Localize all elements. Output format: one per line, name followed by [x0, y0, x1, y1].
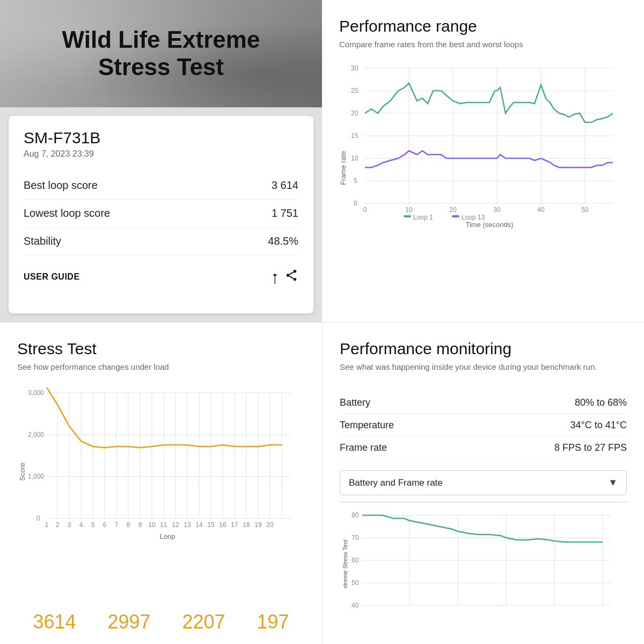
svg-point-0	[294, 270, 296, 273]
score-row: 3614 2997 2207 197	[17, 604, 305, 633]
svg-text:30: 30	[351, 64, 358, 72]
svg-text:50: 50	[581, 206, 589, 214]
divider	[340, 502, 627, 502]
svg-text:0: 0	[363, 206, 367, 214]
svg-text:6: 6	[103, 521, 107, 529]
svg-text:70: 70	[352, 534, 359, 541]
svg-text:20: 20	[449, 206, 457, 214]
stat-row-stability: Stability 48.5%	[24, 228, 298, 255]
svg-text:10: 10	[351, 155, 358, 162]
svg-text:40: 40	[537, 206, 545, 214]
stress-test-title: Stress Test	[17, 340, 305, 358]
battery-row: Battery 80% to 68%	[340, 392, 627, 414]
perf-range-subtitle: Compare frame rates from the best and wo…	[339, 39, 627, 50]
perf-monitoring-subtitle: See what was happening inside your devic…	[340, 361, 627, 372]
svg-text:Loop: Loop	[160, 532, 175, 540]
svg-text:30: 30	[493, 206, 501, 214]
best-loop-value: 3 614	[272, 179, 298, 192]
performance-range-chart: 30 25 20 15 10 5 0 Frame rate 0 10	[339, 61, 627, 311]
svg-text:10: 10	[148, 521, 156, 529]
svg-text:20: 20	[351, 109, 358, 117]
lowest-loop-label: Lowest loop score	[24, 207, 110, 219]
svg-text:11: 11	[160, 521, 167, 529]
stat-row-lowest: Lowest loop score 1 751	[24, 200, 298, 228]
svg-text:9: 9	[138, 521, 142, 529]
svg-text:0: 0	[354, 200, 357, 207]
svg-text:Time (seconds): Time (seconds)	[465, 221, 513, 229]
svg-line-3	[289, 272, 294, 275]
perf-range-title: Performance range	[339, 17, 627, 35]
banner-title: Wild Life ExtremeStress Test	[62, 26, 260, 80]
svg-text:8: 8	[127, 521, 130, 529]
svg-rect-32	[404, 215, 411, 217]
lowest-loop-value: 1 751	[272, 207, 298, 219]
dropdown-label: Battery and Frame rate	[349, 478, 443, 488]
stress-test-chart: Score 3,000 2,000 1,000 0	[17, 383, 305, 604]
svg-text:40: 40	[352, 602, 359, 609]
score-3: 2207	[182, 611, 225, 633]
svg-point-2	[294, 278, 296, 281]
svg-text:xtreme Stress Test: xtreme Stress Test	[342, 540, 348, 589]
user-guide-label[interactable]: USER GUIDE	[24, 272, 80, 282]
svg-point-1	[287, 274, 289, 276]
svg-text:15: 15	[207, 521, 215, 529]
frame-rate-row: Frame rate 8 FPS to 27 FPS	[340, 437, 627, 459]
score-4: 197	[257, 611, 289, 633]
perf-monitoring-title: Performance monitoring	[340, 340, 627, 358]
bottom-left-panel: Stress Test See how performance changes …	[0, 322, 322, 644]
main-grid: Wild Life ExtremeStress Test SM-F731B Au…	[0, 0, 644, 644]
device-date: Aug 7, 2023 23:39	[24, 149, 298, 159]
battery-value: 80% to 68%	[575, 397, 627, 408]
stat-row-best: Best loop score 3 614	[24, 172, 298, 200]
device-name: SM-F731B	[24, 129, 298, 147]
share-icon[interactable]: ⭡	[269, 268, 298, 286]
svg-text:3: 3	[68, 521, 71, 529]
frame-rate-label: Frame rate	[340, 442, 387, 453]
svg-text:18: 18	[243, 521, 250, 529]
svg-line-4	[289, 276, 294, 279]
temperature-value: 34°C to 41°C	[570, 420, 627, 431]
svg-text:13: 13	[184, 521, 191, 529]
svg-text:5: 5	[354, 177, 357, 185]
svg-text:7: 7	[115, 521, 119, 529]
top-right-panel: Performance range Compare frame rates fr…	[322, 0, 644, 322]
svg-text:Score: Score	[18, 463, 26, 481]
stability-label: Stability	[24, 235, 61, 247]
banner: Wild Life ExtremeStress Test	[0, 0, 322, 107]
score-2: 2997	[107, 611, 150, 633]
svg-text:1,000: 1,000	[28, 473, 44, 480]
best-loop-label: Best loop score	[24, 179, 98, 192]
svg-text:20: 20	[266, 521, 274, 529]
svg-text:25: 25	[351, 87, 358, 94]
svg-text:16: 16	[219, 521, 226, 529]
svg-text:5: 5	[91, 521, 95, 529]
stability-value: 48.5%	[268, 235, 298, 247]
svg-text:19: 19	[254, 521, 262, 529]
user-guide-row: USER GUIDE ⭡	[24, 258, 298, 286]
svg-text:3,000: 3,000	[28, 389, 44, 397]
svg-text:10: 10	[405, 206, 413, 214]
top-left-panel: Wild Life ExtremeStress Test SM-F731B Au…	[0, 0, 322, 322]
svg-text:60: 60	[352, 557, 359, 564]
svg-text:50: 50	[352, 579, 359, 587]
info-card: SM-F731B Aug 7, 2023 23:39 Best loop sco…	[9, 116, 313, 313]
svg-text:15: 15	[351, 132, 358, 140]
frame-rate-value: 8 FPS to 27 FPS	[554, 442, 627, 453]
bottom-right-panel: Performance monitoring See what was happ…	[322, 322, 644, 644]
svg-text:1: 1	[45, 521, 49, 529]
svg-text:12: 12	[172, 521, 179, 529]
svg-text:Frame rate: Frame rate	[339, 151, 347, 185]
battery-chart: xtreme Stress Test 80 70 60 50 40	[340, 508, 627, 633]
svg-text:2: 2	[56, 521, 60, 529]
stress-test-subtitle: See how performance changes under load	[17, 361, 305, 372]
svg-text:2,000: 2,000	[28, 431, 44, 438]
svg-text:4: 4	[79, 521, 83, 529]
svg-text:Loop 13: Loop 13	[462, 214, 485, 221]
chart-type-dropdown[interactable]: Battery and Frame rate ▼	[340, 470, 627, 495]
svg-text:17: 17	[231, 521, 238, 529]
svg-text:Loop 1: Loop 1	[413, 214, 433, 221]
battery-label: Battery	[340, 397, 370, 408]
temperature-label: Temperature	[340, 420, 394, 431]
svg-text:14: 14	[195, 521, 203, 529]
score-1: 3614	[33, 611, 76, 633]
